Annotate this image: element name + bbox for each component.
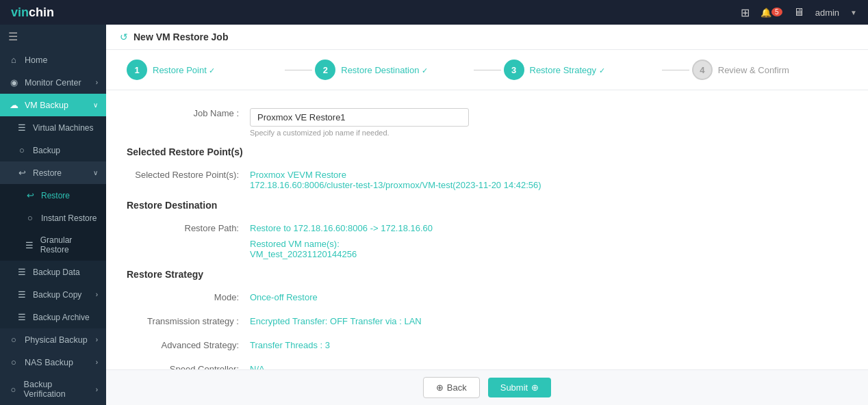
step-circle-1: 1 (127, 60, 147, 80)
monitor-center-icon: ◉ (8, 77, 19, 88)
step-label-3: Restore Strategy ✓ (530, 65, 605, 75)
content-area: ↺ New VM Restore Job 1 Restore Point ✓ 2… (106, 25, 868, 405)
advanced-value: Transfer Threads : 3 (250, 336, 847, 350)
sidebar-item-instant-restore-label: Instant Restore (41, 213, 97, 223)
backup-data-icon: ☰ (16, 267, 27, 277)
backup-copy-arrow: › (96, 291, 98, 298)
monitor-center-arrow: › (96, 79, 98, 86)
sidebar-item-physical-backup[interactable]: ○ Physical Backup › (0, 328, 106, 351)
backup-archive-icon: ☰ (16, 312, 27, 322)
mode-label: Mode: (127, 288, 250, 302)
backup-icon: ○ (16, 145, 27, 155)
step-divider-2 (474, 70, 501, 70)
page-title: New VM Restore Job (133, 31, 228, 42)
backup-copy-icon: ☰ (16, 289, 27, 300)
submit-button[interactable]: Submit ⊕ (488, 378, 551, 397)
refresh-icon: ↺ (120, 31, 128, 42)
sidebar-item-restore[interactable]: ↩ Restore ∨ (0, 161, 106, 184)
job-name-row: Job Name : Specify a customized job name… (127, 104, 847, 137)
submit-icon: ⊕ (531, 382, 539, 393)
sidebar-item-monitor-center-label: Monitor Center (25, 78, 81, 88)
sidebar-item-granular-restore[interactable]: ☰ Granular Restore (0, 229, 106, 261)
sidebar-item-backup-copy-label: Backup Copy (33, 290, 81, 300)
physical-backup-arrow: › (96, 336, 98, 343)
sidebar-item-nas-backup[interactable]: ○ NAS Backup › (0, 351, 106, 374)
restore-arrow: ∨ (93, 169, 98, 177)
submit-label: Submit (500, 382, 528, 393)
selected-rp-value2: 172.18.16.60:8006/cluster-test-13/proxmo… (250, 180, 847, 190)
wizard-step-2[interactable]: 2 Restore Destination ✓ (315, 60, 470, 80)
restored-vm-group: Restored VM name(s): VM_test_20231120144… (250, 239, 847, 259)
sidebar-item-instant-restore[interactable]: ○ Instant Restore (0, 207, 106, 229)
restored-vm-label-line1: Restored VM name(s): (250, 239, 847, 249)
sidebar-item-virtual-machines-label: Virtual Machines (33, 123, 94, 133)
wizard-step-1[interactable]: 1 Restore Point ✓ (127, 60, 282, 80)
sidebar-item-vm-backup[interactable]: ☁ VM Backup ∨ (0, 94, 106, 116)
selected-rp-value1: Proxmox VEVM Restore (250, 170, 847, 180)
nas-backup-arrow: › (96, 358, 98, 366)
restore-sub-group: ↩ Restore ○ Instant Restore ☰ Granular R… (0, 184, 106, 261)
step-divider-3 (662, 70, 689, 70)
transmission-row: Transmission strategy : Encrypted Transf… (127, 312, 847, 326)
sidebar-item-virtual-machines[interactable]: ☰ Virtual Machines (0, 116, 106, 139)
sidebar-item-backup[interactable]: ○ Backup (0, 139, 106, 161)
restore-path-row: Restore Path: Restore to 172.18.16.60:80… (127, 219, 847, 259)
monitor-icon[interactable]: 🖥 (793, 6, 804, 18)
restore-strategy-section: Restore Strategy (127, 269, 847, 280)
page-header: ↺ New VM Restore Job (106, 25, 868, 50)
restore-path-value-text: Restore to 172.18.16.60:8006 -> 172.18.1… (250, 223, 847, 233)
notification-badge: 5 (771, 8, 782, 16)
admin-arrow-icon: ▼ (850, 9, 857, 16)
topbar: vinchin ⊞ 🔔5 🖥 admin ▼ (0, 0, 868, 25)
logo: vinchin (11, 5, 54, 20)
sidebar-item-restore-label: Restore (33, 168, 62, 178)
sidebar-item-backup-label: Backup (33, 146, 60, 155)
sidebar-toggle[interactable]: ☰ (0, 25, 106, 49)
job-name-label: Job Name : (127, 104, 250, 118)
logo-chin: chin (29, 5, 54, 19)
selected-restore-points-section: Selected Restore Point(s) (127, 146, 847, 157)
selected-rp-label: Selected Restore Point(s): (127, 166, 250, 180)
wizard-step-3[interactable]: 3 Restore Strategy ✓ (504, 60, 659, 80)
physical-backup-icon: ○ (8, 335, 19, 345)
sidebar-item-home-label: Home (25, 55, 47, 65)
sidebar-item-backup-data-label: Backup Data (33, 267, 80, 277)
sidebar-item-restore-sub-label: Restore (41, 191, 70, 200)
restored-vm-label-line2: VM_test_20231120144256 (250, 249, 847, 259)
sidebar-item-monitor-center[interactable]: ◉ Monitor Center › (0, 71, 106, 94)
sidebar-item-backup-data[interactable]: ☰ Backup Data (0, 261, 106, 283)
sidebar-item-physical-backup-label: Physical Backup (25, 335, 88, 345)
job-name-hint: Specify a customized job name if needed. (250, 129, 847, 137)
restore-icon: ↩ (16, 168, 27, 178)
back-button[interactable]: ⊕ Back (423, 377, 480, 398)
job-name-input[interactable] (250, 108, 469, 127)
sidebar-item-vm-backup-label: VM Backup (25, 101, 68, 110)
admin-label[interactable]: admin (815, 8, 839, 18)
grid-icon[interactable]: ⊞ (741, 6, 750, 19)
vm-backup-arrow: ∨ (93, 101, 98, 109)
sidebar-item-backup-verification[interactable]: ○ Backup Verification › (0, 374, 106, 405)
home-icon: ⌂ (8, 55, 19, 65)
wizard-steps: 1 Restore Point ✓ 2 Restore Destination … (106, 50, 868, 90)
sidebar-item-granular-restore-label: Granular Restore (40, 235, 98, 254)
advanced-label: Advanced Strategy: (127, 336, 250, 350)
selected-rp-row: Selected Restore Point(s): Proxmox VEVM … (127, 166, 847, 190)
mode-value: Once-off Restore (250, 288, 847, 302)
wizard-step-4: 4 Review & Confirm (692, 60, 847, 80)
vm-backup-icon: ☁ (8, 100, 19, 110)
sidebar-item-restore-sub[interactable]: ↩ Restore (0, 184, 106, 207)
restore-sub-icon: ↩ (25, 190, 36, 200)
step-divider-1 (285, 70, 312, 70)
sidebar-item-backup-archive[interactable]: ☰ Backup Archive (0, 306, 106, 328)
sidebar-item-nas-backup-label: NAS Backup (25, 358, 73, 367)
page-footer: ⊕ Back Submit ⊕ (106, 369, 868, 405)
main-content: Job Name : Specify a customized job name… (106, 90, 868, 369)
nas-backup-icon: ○ (8, 357, 19, 367)
instant-restore-icon: ○ (25, 213, 36, 223)
restore-path-value: Restore to 172.18.16.60:8006 -> 172.18.1… (250, 219, 847, 259)
sidebar-item-backup-copy[interactable]: ☰ Backup Copy › (0, 283, 106, 306)
logo-vin: vin (11, 5, 29, 19)
sidebar-item-home[interactable]: ⌂ Home (0, 49, 106, 71)
notification-icon[interactable]: 🔔5 (761, 8, 782, 18)
sidebar-sub-vm-backup: ☰ Virtual Machines ○ Backup ↩ Restore ∨ … (0, 116, 106, 328)
